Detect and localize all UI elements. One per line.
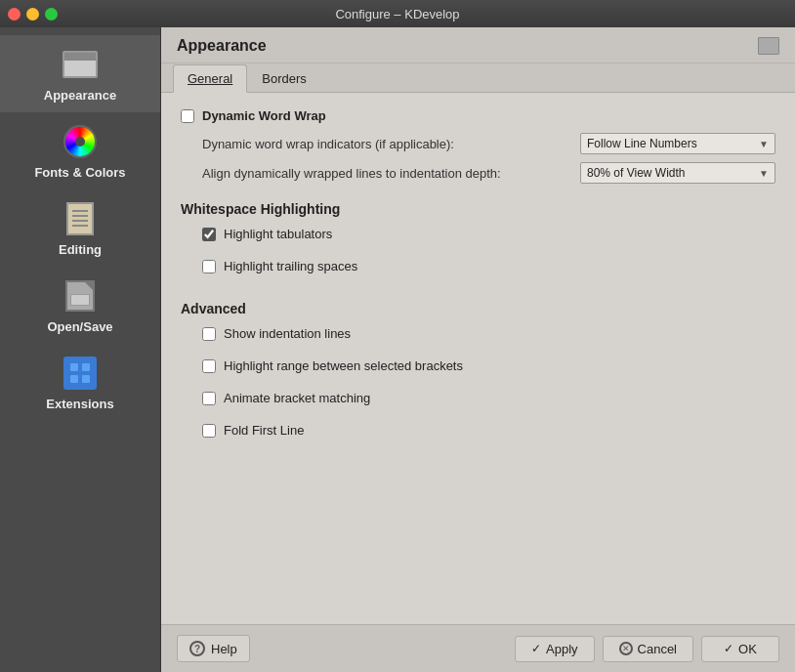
footer-right: ✓ Apply ✕ Cancel ✓ OK xyxy=(515,636,779,662)
sidebar-item-editing[interactable]: Editing xyxy=(0,189,160,267)
ok-button[interactable]: ✓ OK xyxy=(701,636,779,662)
indicators-row: Dynamic word wrap indicators (if applica… xyxy=(202,133,775,154)
fold-first-row: Fold First Line xyxy=(202,423,775,438)
indented-options: Dynamic word wrap indicators (if applica… xyxy=(202,133,775,184)
dynamic-word-wrap-label[interactable]: Dynamic Word Wrap xyxy=(202,108,326,123)
highlight-trailing-checkbox[interactable] xyxy=(202,260,216,273)
highlight-brackets-checkbox[interactable] xyxy=(202,359,216,373)
sidebar-item-appearance[interactable]: Appearance xyxy=(0,35,160,112)
panel-header-icon xyxy=(758,37,779,55)
window-controls[interactable] xyxy=(8,8,58,21)
right-panel: Appearance General Borders Dynamic Word … xyxy=(161,27,795,672)
indicators-value: Follow Line Numbers xyxy=(587,137,697,150)
appearance-icon xyxy=(61,45,100,84)
animate-bracket-checkbox[interactable] xyxy=(202,392,216,405)
svg-rect-1 xyxy=(82,363,90,371)
highlight-brackets-row: Highlight range between selected bracket… xyxy=(202,358,775,373)
help-icon: ? xyxy=(189,641,205,656)
indicators-arrow: ▼ xyxy=(759,139,769,149)
advanced-options: Show indentation lines Highlight range b… xyxy=(202,326,775,447)
editing-icon xyxy=(61,199,100,238)
whitespace-options: Highlight tabulators Highlight trailing … xyxy=(202,227,775,283)
ok-check-icon: ✓ xyxy=(724,642,733,655)
highlight-tabs-label[interactable]: Highlight tabulators xyxy=(224,227,332,241)
ok-label: OK xyxy=(738,642,757,656)
align-row: Align dynamically wrapped lines to inden… xyxy=(202,162,775,184)
fold-first-checkbox[interactable] xyxy=(202,424,216,438)
dynamic-word-wrap-checkbox[interactable] xyxy=(181,109,194,123)
maximize-button[interactable] xyxy=(45,8,58,21)
tabs-bar: General Borders xyxy=(161,63,795,93)
indicators-label: Dynamic word wrap indicators (if applica… xyxy=(202,137,572,151)
fold-first-label[interactable]: Fold First Line xyxy=(224,423,304,438)
fonts-colors-icon xyxy=(61,122,100,161)
svg-rect-3 xyxy=(82,375,90,383)
sidebar-item-fonts-colors[interactable]: Fonts & Colors xyxy=(0,112,160,189)
dynamic-word-wrap-row: Dynamic Word Wrap xyxy=(181,108,775,123)
animate-bracket-label[interactable]: Animate bracket matching xyxy=(224,391,370,405)
panel-header: Appearance xyxy=(161,27,795,63)
window-title: Configure – KDevelop xyxy=(335,7,459,21)
footer: ? Help ✓ Apply ✕ Cancel ✓ OK xyxy=(161,624,795,672)
open-save-icon xyxy=(61,276,100,315)
apply-button[interactable]: ✓ Apply xyxy=(515,636,595,662)
whitespace-title: Whitespace Highlighting xyxy=(181,201,775,217)
sidebar-item-extensions[interactable]: Extensions xyxy=(0,344,160,421)
highlight-trailing-row: Highlight trailing spaces xyxy=(202,259,775,273)
sidebar-label-fonts-colors: Fonts & Colors xyxy=(34,165,125,180)
extensions-icon xyxy=(61,354,100,393)
minimize-button[interactable] xyxy=(26,8,39,21)
sidebar: Appearance Fonts & Colors Editing Open/S… xyxy=(0,27,161,672)
tab-general-label: General xyxy=(188,71,232,86)
animate-bracket-row: Animate bracket matching xyxy=(202,391,775,405)
sidebar-label-extensions: Extensions xyxy=(46,397,113,411)
show-indentation-row: Show indentation lines xyxy=(202,326,775,341)
tab-borders-label: Borders xyxy=(262,71,307,86)
highlight-brackets-label[interactable]: Highlight range between selected bracket… xyxy=(224,358,463,373)
highlight-trailing-label[interactable]: Highlight trailing spaces xyxy=(224,259,357,273)
cancel-button[interactable]: ✕ Cancel xyxy=(603,636,693,662)
cancel-circle-icon: ✕ xyxy=(619,642,633,655)
show-indentation-label[interactable]: Show indentation lines xyxy=(224,326,351,341)
help-label: Help xyxy=(211,642,237,656)
indicators-dropdown[interactable]: Follow Line Numbers ▼ xyxy=(580,133,775,154)
highlight-tabs-row: Highlight tabulators xyxy=(202,227,775,241)
advanced-title: Advanced xyxy=(181,301,775,316)
sidebar-label-appearance: Appearance xyxy=(44,88,116,103)
title-bar: Configure – KDevelop xyxy=(0,0,795,27)
align-arrow: ▼ xyxy=(759,168,769,179)
cancel-label: Cancel xyxy=(638,642,677,656)
content-area: Dynamic Word Wrap Dynamic word wrap indi… xyxy=(161,93,795,624)
sidebar-label-editing: Editing xyxy=(59,242,102,257)
svg-rect-0 xyxy=(70,363,78,371)
tab-general[interactable]: General xyxy=(173,64,247,93)
main-content: Appearance Fonts & Colors Editing Open/S… xyxy=(0,27,795,672)
tab-borders[interactable]: Borders xyxy=(247,64,321,93)
help-button[interactable]: ? Help xyxy=(177,635,250,662)
advanced-section: Advanced Show indentation lines Highligh… xyxy=(181,301,775,447)
dynamic-word-wrap-section: Dynamic Word Wrap Dynamic word wrap indi… xyxy=(181,108,775,184)
close-button[interactable] xyxy=(8,8,21,21)
align-value: 80% of View Width xyxy=(587,166,686,180)
align-dropdown[interactable]: 80% of View Width ▼ xyxy=(580,162,775,184)
align-label: Align dynamically wrapped lines to inden… xyxy=(202,166,572,181)
apply-check-icon: ✓ xyxy=(531,642,541,655)
show-indentation-checkbox[interactable] xyxy=(202,327,216,341)
sidebar-item-open-save[interactable]: Open/Save xyxy=(0,267,160,344)
panel-title: Appearance xyxy=(177,37,267,55)
whitespace-section: Whitespace Highlighting Highlight tabula… xyxy=(181,201,775,283)
sidebar-label-open-save: Open/Save xyxy=(47,319,112,334)
apply-label: Apply xyxy=(546,642,578,656)
highlight-tabs-checkbox[interactable] xyxy=(202,228,216,241)
svg-rect-2 xyxy=(70,375,78,383)
